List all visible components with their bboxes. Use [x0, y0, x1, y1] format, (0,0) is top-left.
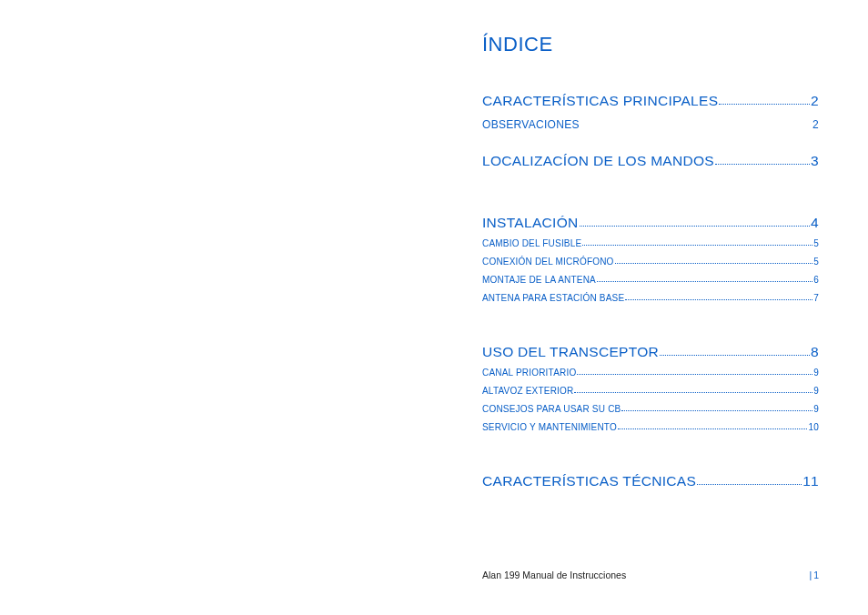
toc-entry-page: 6: [813, 275, 819, 285]
toc-entry-label: LOCALIZACÍON DE LOS MANDOS: [482, 153, 714, 169]
toc-entry-label: USO DEL TRANSCEPTOR: [482, 344, 659, 360]
toc-title: ÍNDICE: [482, 33, 819, 56]
toc-leader-dots: [621, 410, 812, 411]
toc-leader-dots: [618, 428, 807, 429]
toc-entry-sub[interactable]: SERVICIO Y MANTENIMIENTO10: [482, 422, 819, 433]
toc-container: ÍNDICE CARACTERÍSTICAS PRINCIPALES2OBSER…: [482, 33, 819, 495]
toc-entry-page: 9: [813, 404, 819, 414]
toc-entry-page: 8: [811, 344, 819, 360]
toc-leader-dots: [580, 226, 811, 227]
page-footer: Alan 199 Manual de Instrucciones |1: [482, 570, 819, 580]
toc-entry-page: 2: [812, 118, 819, 131]
toc-entry-sub[interactable]: MONTAJE DE LA ANTENA6: [482, 275, 819, 286]
toc-entry-sub[interactable]: ALTAVOZ EXTERIOR9: [482, 386, 819, 397]
toc-leader-dots: [719, 104, 810, 105]
toc-leader-dots: [625, 299, 812, 300]
toc-entry-sub[interactable]: CONEXIÓN DEL MICRÓFONO5: [482, 257, 819, 267]
toc-entry-main[interactable]: CARACTERÍSTICAS TÉCNICAS11: [482, 473, 819, 489]
toc-entry-label: CARACTERÍSTICAS PRINCIPALES: [482, 93, 718, 109]
toc-entry-page: 7: [813, 293, 819, 303]
toc-entry-main[interactable]: CARACTERÍSTICAS PRINCIPALES2: [482, 93, 819, 109]
toc-entry-sub[interactable]: OBSERVACIONES2: [482, 118, 819, 131]
toc-leader-dots: [615, 263, 813, 264]
toc-entry-sub[interactable]: CONSEJOS PARA USAR SU CB9: [482, 404, 819, 415]
toc-entry-page: 3: [811, 153, 819, 169]
toc-entry-page: 4: [811, 215, 819, 231]
toc-leader-dots: [660, 355, 810, 356]
toc-leader-dots: [697, 484, 802, 485]
toc-entry-label: ALTAVOZ EXTERIOR: [482, 386, 573, 396]
toc-entry-label: CONSEJOS PARA USAR SU CB: [482, 404, 621, 414]
toc-entry-page: 2: [811, 93, 819, 109]
toc-entry-sub[interactable]: CAMBIO DEL FUSIBLE5: [482, 238, 819, 249]
toc-entry-label: CARACTERÍSTICAS TÉCNICAS: [482, 473, 696, 489]
footer-page: |1: [809, 570, 819, 580]
toc-leader-dots: [597, 281, 812, 282]
toc-leader-dots: [577, 374, 812, 375]
toc-entry-page: 10: [808, 422, 819, 432]
toc-entry-label: CAMBIO DEL FUSIBLE: [482, 238, 581, 248]
toc-entry-page: 5: [813, 257, 819, 267]
toc-entry-label: MONTAJE DE LA ANTENA: [482, 275, 596, 285]
toc-entry-main[interactable]: LOCALIZACÍON DE LOS MANDOS3: [482, 153, 819, 169]
toc-entry-label: CONEXIÓN DEL MICRÓFONO: [482, 257, 614, 267]
toc-entry-label: OBSERVACIONES: [482, 118, 580, 131]
toc-entry-sub[interactable]: ANTENA PARA ESTACIÓN BASE7: [482, 293, 819, 304]
toc-leader-dots: [582, 245, 812, 246]
toc-entry-label: SERVICIO Y MANTENIMIENTO: [482, 422, 617, 432]
footer-text: Alan 199 Manual de Instrucciones: [482, 570, 626, 580]
toc-gap: [482, 304, 819, 322]
toc-entry-sub[interactable]: CANAL PRIORITARIO9: [482, 368, 819, 378]
toc-entry-main[interactable]: INSTALACIÓN4: [482, 215, 819, 231]
toc-entry-page: 9: [813, 368, 819, 378]
toc-entry-label: INSTALACIÓN: [482, 215, 579, 231]
toc-entry-page: 5: [813, 238, 819, 248]
toc-gap: [482, 433, 819, 451]
toc-list: CARACTERÍSTICAS PRINCIPALES2OBSERVACIONE…: [482, 93, 819, 489]
toc-entry-page: 9: [813, 386, 819, 396]
toc-leader-dots: [715, 164, 810, 165]
toc-entry-label: CANAL PRIORITARIO: [482, 368, 576, 378]
toc-entry-label: ANTENA PARA ESTACIÓN BASE: [482, 293, 624, 303]
toc-entry-main[interactable]: USO DEL TRANSCEPTOR8: [482, 344, 819, 360]
toc-leader-dots: [574, 392, 812, 393]
toc-entry-page: 11: [802, 473, 819, 489]
toc-gap: [482, 175, 819, 193]
